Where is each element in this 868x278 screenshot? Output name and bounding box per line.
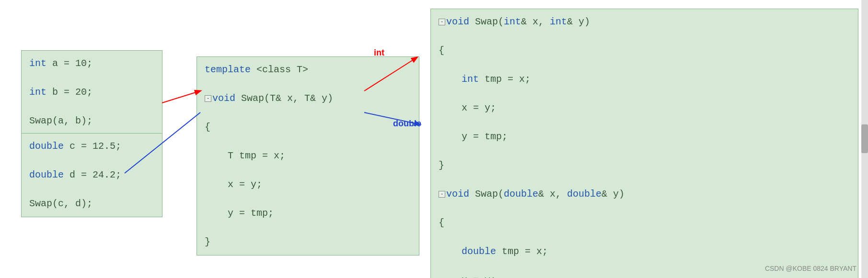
- code-box-left-top: int a = 10; int b = 20; Swap(a, b);: [21, 50, 162, 134]
- collapse-icon-right-bottom[interactable]: -: [439, 191, 445, 198]
- code-box-right: -void Swap(int& x, int& y) { int tmp = x…: [430, 9, 858, 278]
- main-container: int a = 10; int b = 20; Swap(a, b); doub…: [0, 0, 868, 278]
- scrollbar[interactable]: [861, 0, 868, 278]
- watermark: CSDN @KOBE 0824 BRYANT: [765, 265, 856, 272]
- svg-line-0: [162, 91, 200, 103]
- collapse-icon-center[interactable]: -: [205, 95, 211, 102]
- collapse-icon-right-top[interactable]: -: [439, 19, 445, 25]
- code-box-left-bottom: double c = 12.5; double d = 24.2; Swap(c…: [21, 133, 162, 217]
- scrollbar-thumb[interactable]: [861, 124, 868, 153]
- double-label: double: [393, 119, 421, 129]
- int-label: int: [374, 48, 384, 58]
- code-box-center: template <class T> -void Swap(T& x, T& y…: [197, 56, 419, 256]
